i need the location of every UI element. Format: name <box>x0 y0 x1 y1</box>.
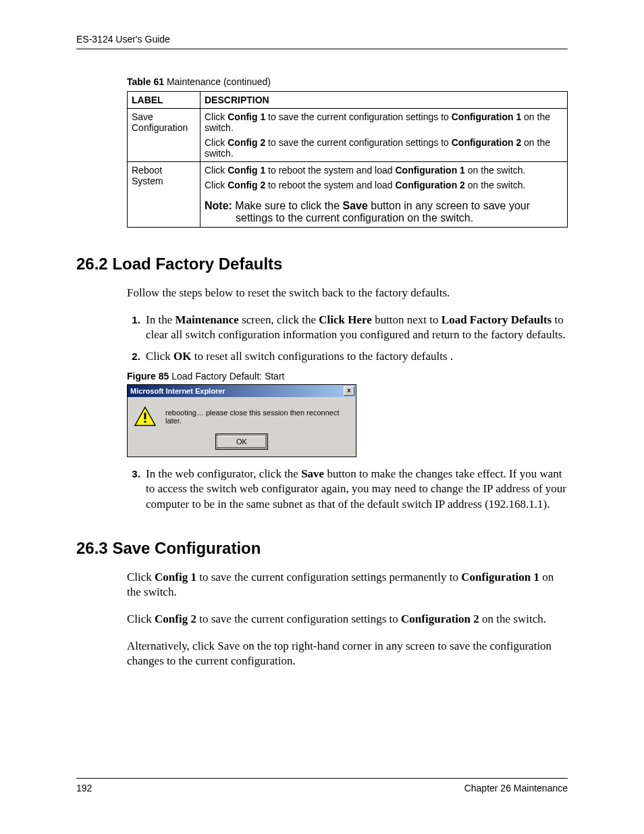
row-description: Click Config 1 to save the current confi… <box>200 109 568 162</box>
chapter-label: Chapter 26 Maintenance <box>464 783 568 793</box>
row-description: Click Config 1 to reboot the system and … <box>200 162 568 228</box>
page-number: 192 <box>76 783 92 793</box>
table-header-row: LABEL DESCRIPTION <box>128 92 568 109</box>
dialog-title: Microsoft Internet Explorer <box>130 387 344 395</box>
row-label: Reboot System <box>128 162 200 228</box>
close-icon[interactable]: × <box>344 386 354 396</box>
body-paragraph: Click Config 1 to save the current confi… <box>127 570 568 600</box>
col-label: LABEL <box>128 92 200 109</box>
dialog-titlebar: Microsoft Internet Explorer × <box>128 385 356 397</box>
note: Note: Make sure to click the Save button… <box>205 200 563 224</box>
body-paragraph: Alternatively, click Save on the top rig… <box>127 639 568 669</box>
dialog-box: Microsoft Internet Explorer × rebooting…… <box>127 384 356 457</box>
heading-26-3: 26.3 Save Configuration <box>76 539 568 558</box>
svg-rect-1 <box>144 413 146 419</box>
page-footer: 192 Chapter 26 Maintenance <box>76 778 568 793</box>
list-item: In the web configurator, click the Save … <box>143 467 568 511</box>
body-paragraph: Click Config 2 to save the current confi… <box>127 612 568 627</box>
page: ES-3124 User's Guide Table 61 Maintenanc… <box>0 0 644 834</box>
table-caption-rest: Maintenance (continued) <box>164 76 271 87</box>
figure-caption: Figure 85 Load Factory Default: Start <box>127 371 568 382</box>
list-item: Click OK to reset all switch configurati… <box>143 349 568 364</box>
table-caption-label: Table 61 <box>127 76 164 87</box>
steps-list-cont: In the web configurator, click the Save … <box>127 467 568 511</box>
heading-26-2: 26.2 Load Factory Defaults <box>76 255 568 273</box>
list-item: In the Maintenance screen, click the Cli… <box>143 313 568 342</box>
table-61: Table 61 Maintenance (continued) LABEL D… <box>127 76 568 228</box>
row-label: Save Configuration <box>128 109 200 162</box>
table-row: Reboot System Click Config 1 to reboot t… <box>128 162 568 228</box>
steps-list: In the Maintenance screen, click the Cli… <box>127 313 568 364</box>
running-head: ES-3124 User's Guide <box>76 34 568 49</box>
ok-button[interactable]: OK <box>217 435 267 448</box>
body-paragraph: Follow the steps below to reset the swit… <box>127 286 568 301</box>
svg-rect-2 <box>144 421 146 423</box>
col-description: DESCRIPTION <box>200 92 568 109</box>
warning-icon <box>134 407 156 427</box>
table-row: Save Configuration Click Config 1 to sav… <box>128 109 568 162</box>
table-caption: Table 61 Maintenance (continued) <box>127 76 568 87</box>
dialog-message: rebooting… please close this session the… <box>165 409 349 425</box>
